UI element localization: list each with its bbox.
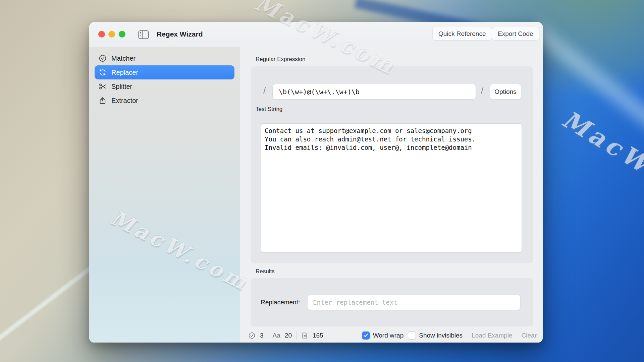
sidebar: Matcher Replacer — [89, 47, 240, 343]
sidebar-item-splitter[interactable]: Splitter — [95, 79, 234, 94]
sidebar-item-matcher[interactable]: Matcher — [95, 51, 234, 65]
show-invisibles-checkbox[interactable] — [408, 331, 416, 340]
sidebar-item-label: Matcher — [111, 55, 136, 62]
sidebar-item-label: Extractor — [111, 97, 138, 105]
check-circle-icon — [99, 54, 107, 62]
load-example-button[interactable]: Load Example — [472, 332, 512, 339]
test-string-label: Test String — [256, 106, 282, 113]
document-icon — [301, 332, 308, 339]
sidebar-item-replacer[interactable]: Replacer — [95, 65, 234, 79]
statusbar-controls: Word wrap Show invisibles Load Example C… — [362, 331, 537, 340]
sidebar-toggle-icon[interactable] — [138, 30, 149, 39]
scissors-icon — [99, 82, 107, 90]
options-button[interactable]: Options — [490, 84, 521, 100]
divider — [268, 331, 268, 340]
word-wrap-checkbox[interactable] — [362, 331, 370, 340]
statusbar: 3 Aa 20 165 Word wrap — [240, 328, 543, 343]
word-wrap-label: Word wrap — [373, 332, 404, 339]
minimize-button[interactable] — [108, 31, 115, 38]
divider — [517, 331, 517, 340]
share-icon — [99, 97, 107, 105]
quick-reference-button[interactable]: Quick Reference — [432, 27, 492, 41]
replacement-input[interactable] — [307, 295, 521, 310]
char-count: 165 — [313, 332, 323, 339]
results-label: Results — [256, 268, 275, 275]
font-size-icon: Aa — [273, 332, 280, 339]
window-title: Regex Wizard — [157, 22, 203, 46]
show-invisibles-label: Show invisibles — [419, 332, 463, 339]
match-count: 3 — [260, 332, 264, 339]
divider — [296, 331, 297, 340]
sidebar-item-label: Splitter — [111, 83, 132, 90]
regular-expression-label: Regular Expression — [256, 56, 305, 63]
refresh-icon — [99, 68, 107, 76]
regex-wizard-window: Regex Wizard Quick Reference Export Code… — [89, 22, 543, 343]
replacement-label: Replacement: — [261, 278, 300, 326]
font-size-value: 20 — [285, 332, 292, 339]
match-check-circle-icon — [248, 332, 256, 339]
regex-open-delimiter: / — [263, 85, 266, 96]
close-button[interactable] — [98, 31, 105, 38]
regex-pattern-input[interactable] — [272, 84, 476, 100]
show-invisibles-toggle[interactable]: Show invisibles — [408, 331, 463, 340]
sidebar-item-label: Replacer — [111, 69, 138, 76]
zoom-button[interactable] — [119, 31, 125, 38]
regex-close-delimiter: / — [481, 85, 483, 96]
clear-button[interactable]: Clear — [522, 332, 537, 339]
statusbar-indicators: 3 Aa 20 165 — [248, 331, 323, 340]
sidebar-item-extractor[interactable]: Extractor — [95, 94, 234, 108]
test-string-textarea[interactable]: Contact us at support@example.com or sal… — [261, 123, 522, 253]
titlebar: Regex Wizard Quick Reference Export Code — [89, 22, 543, 46]
word-wrap-toggle[interactable]: Word wrap — [362, 331, 404, 340]
divider — [467, 331, 467, 340]
export-code-button[interactable]: Export Code — [492, 27, 539, 41]
